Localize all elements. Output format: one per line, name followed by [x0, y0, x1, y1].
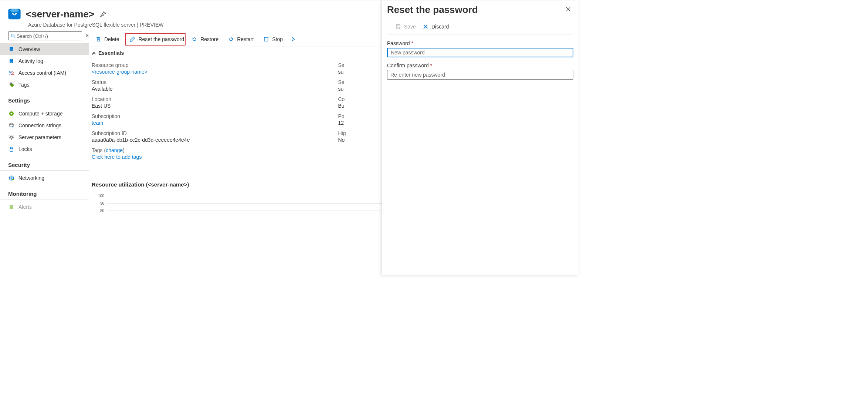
reset-password-flyout: Reset the password Save Discard Password — [382, 0, 579, 275]
restore-button[interactable]: Restore — [188, 33, 222, 46]
svg-point-4 — [11, 34, 14, 37]
sidebar-item-label: Server parameters — [18, 134, 61, 140]
sidebar: Overview Activity log Access control (IA… — [0, 31, 89, 275]
iam-icon — [8, 70, 15, 76]
reset-password-button[interactable]: Reset the password — [125, 33, 186, 46]
ess-label-resource-group: Resource group — [92, 62, 329, 68]
chart-tick: 90 — [96, 201, 104, 205]
chevron-up-double-icon — [92, 51, 96, 55]
confirm-password-input[interactable] — [387, 70, 573, 80]
ess-value-subscription-id: aaaa0a0a-bb1b-cc2c-dd3d-eeeeee4e4e4e — [92, 137, 329, 143]
sidebar-item-label: Locks — [18, 146, 32, 152]
toolbar-label: Delete — [104, 36, 119, 42]
password-label: Password* — [387, 40, 573, 46]
ess-label-tags: Tags (change) — [92, 147, 329, 153]
db-icon — [8, 46, 15, 53]
play-icon — [290, 36, 296, 42]
sidebar-item-label: Networking — [18, 175, 44, 181]
postgres-icon — [7, 7, 21, 21]
ess-label-location: Location — [92, 96, 329, 102]
essentials-header-label: Essentials — [98, 50, 124, 56]
trash-icon — [95, 36, 101, 42]
password-label-text: Password — [387, 40, 410, 46]
sidebar-search-box[interactable] — [8, 31, 82, 40]
toolbar-label: Restart — [237, 36, 254, 42]
svg-point-11 — [10, 71, 11, 73]
sidebar-item-compute-storage[interactable]: Compute + storage — [0, 108, 89, 120]
confirm-password-label-text: Confirm password — [387, 63, 429, 68]
svg-point-3 — [15, 13, 16, 14]
flyout-close-button[interactable] — [563, 4, 573, 16]
page-title: <server-name> — [26, 9, 94, 20]
restart-icon — [228, 36, 234, 42]
toolbar-label: Stop — [272, 36, 283, 42]
sidebar-item-label: Alerts — [18, 204, 32, 210]
ess-value-tags[interactable]: Click here to add tags — [92, 154, 329, 160]
ess-value-resource-group[interactable]: <resource-group-name> — [92, 69, 329, 75]
svg-point-1 — [10, 9, 19, 12]
toolbar-label: Restore — [200, 36, 218, 42]
restart-button[interactable]: Restart — [224, 33, 257, 46]
compute-icon — [8, 110, 15, 117]
more-button[interactable] — [289, 33, 298, 46]
stop-button[interactable]: Stop — [260, 33, 286, 46]
sidebar-item-networking[interactable]: Networking — [0, 172, 89, 184]
svg-rect-23 — [264, 37, 268, 41]
pencil-icon — [129, 36, 135, 42]
sidebar-item-label: Connection strings — [18, 122, 61, 128]
sidebar-item-label: Access control (IAM) — [18, 70, 66, 76]
sidebar-item-activity-log[interactable]: Activity log — [0, 55, 89, 67]
sidebar-group-monitoring: Monitoring — [0, 184, 89, 199]
confirm-password-label: Confirm password* — [387, 63, 573, 68]
sidebar-item-label: Tags — [18, 82, 30, 88]
svg-point-12 — [12, 72, 13, 73]
close-icon — [423, 24, 428, 30]
flyout-discard-button[interactable]: Discard — [420, 22, 452, 31]
ess-tags-change-link[interactable]: change — [106, 147, 123, 153]
svg-rect-17 — [10, 149, 13, 151]
svg-point-14 — [11, 113, 13, 115]
password-input[interactable] — [387, 48, 573, 57]
pin-icon[interactable] — [99, 11, 106, 19]
required-star: * — [411, 40, 413, 46]
flyout-title: Reset the password — [387, 4, 478, 16]
lock-icon — [8, 146, 15, 152]
ess-value-subscription[interactable]: team — [92, 120, 329, 126]
ess-label-status: Status — [92, 79, 329, 85]
delete-button[interactable]: Delete — [92, 33, 123, 46]
restore-icon — [191, 36, 197, 42]
sidebar-item-label: Overview — [18, 46, 40, 52]
sidebar-search-input[interactable] — [16, 33, 79, 39]
sidebar-item-locks[interactable]: Locks — [0, 143, 89, 155]
ess-tags-suffix: ) — [123, 147, 125, 153]
save-icon — [395, 24, 401, 30]
toolbar-label: Reset the password — [138, 36, 184, 42]
sidebar-item-server-parameters[interactable]: Server parameters — [0, 131, 89, 143]
ess-label-subscription: Subscription — [92, 113, 329, 119]
sidebar-item-overview[interactable]: Overview — [0, 43, 89, 55]
sidebar-item-tags[interactable]: Tags — [0, 79, 89, 91]
ess-tags-prefix: Tags ( — [92, 147, 106, 153]
sidebar-collapse-toggle[interactable] — [84, 32, 89, 40]
sidebar-item-label: Compute + storage — [18, 111, 62, 117]
sidebar-item-access-control[interactable]: Access control (IAM) — [0, 67, 89, 79]
chart-tick: 100 — [96, 194, 104, 198]
flyout-save-label: Save — [404, 24, 416, 30]
chart-tick: 80 — [96, 209, 104, 213]
sidebar-item-label: Activity log — [18, 58, 43, 64]
ess-value-status: Available — [92, 86, 329, 92]
sidebar-group-security: Security — [0, 155, 89, 171]
ess-value-location: East US — [92, 103, 329, 109]
flyout-discard-label: Discard — [431, 24, 449, 30]
ess-label-subscription-id: Subscription ID — [92, 130, 329, 136]
svg-point-21 — [12, 179, 14, 180]
tags-icon — [8, 81, 15, 88]
required-star: * — [430, 63, 432, 68]
sidebar-item-connection-strings[interactable]: Connection strings — [0, 120, 89, 131]
flyout-save-button[interactable]: Save — [392, 22, 419, 31]
log-icon — [8, 58, 15, 64]
sidebar-item-alerts[interactable]: Alerts — [0, 201, 89, 213]
sidebar-group-settings: Settings — [0, 91, 89, 106]
gear-icon — [8, 134, 15, 141]
svg-rect-22 — [10, 205, 13, 209]
